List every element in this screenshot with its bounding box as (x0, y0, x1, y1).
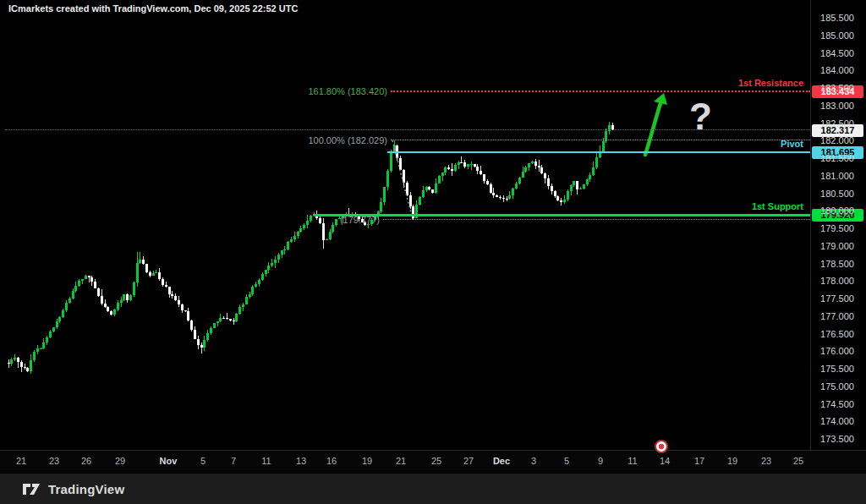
time-axis-label: 19 (727, 456, 737, 466)
support-line[interactable] (314, 214, 810, 216)
tradingview-chart-window: ICmarkets created with TradingView.com, … (0, 0, 866, 504)
price-axis-label: 181.000 (811, 171, 863, 181)
support-label: 1st Support (0, 201, 803, 211)
price-axis-label: 182.000 (811, 135, 863, 145)
last-price-line[interactable] (5, 129, 810, 130)
resistance-line[interactable] (391, 90, 810, 92)
time-axis-label: 13 (296, 456, 306, 466)
price-axis-label: 176.500 (811, 329, 863, 339)
price-axis-label: 182.500 (811, 118, 863, 129)
time-axis-label: 19 (362, 456, 372, 466)
price-axis-label: 185.500 (811, 13, 863, 23)
time-axis-label: 5 (564, 456, 569, 466)
time-axis-label: 26 (81, 456, 91, 466)
price-axis-label: 185.000 (811, 30, 863, 41)
time-axis-label: 23 (761, 456, 771, 466)
time-axis-label: 29 (115, 456, 125, 466)
time-axis-label: 3 (531, 456, 536, 466)
time-axis-label: 11 (261, 456, 271, 466)
price-axis-label: 179.500 (811, 223, 863, 233)
chart-plot-area[interactable]: ICmarkets created with TradingView.com, … (0, 0, 810, 450)
time-axis-label: 27 (463, 456, 474, 466)
tradingview-logo-icon[interactable] (22, 480, 41, 497)
drawings-overlay (0, 0, 810, 450)
price-axis-label: 177.500 (811, 293, 863, 304)
price-axis-label: 184.000 (811, 65, 863, 75)
price-axis-label: 181.500 (811, 153, 863, 163)
price-axis-label: 178.500 (811, 259, 863, 269)
economic-event-marker-icon[interactable] (655, 440, 668, 453)
price-axis-label: 184.500 (811, 48, 863, 58)
pivot-line[interactable] (387, 151, 810, 153)
time-axis-label: 9 (598, 456, 603, 466)
price-axis-label: 173.500 (811, 434, 863, 444)
time-axis-label: 5 (200, 456, 206, 466)
time-axis-label: 16 (326, 456, 337, 466)
price-axis-label: 175.000 (811, 381, 863, 392)
price-axis-label: 180.500 (811, 189, 863, 199)
fib-line[interactable] (391, 140, 810, 140)
price-axis-label: 176.000 (811, 346, 863, 356)
price-axis-label: 174.500 (811, 399, 863, 409)
price-axis-label: 180.000 (811, 205, 863, 216)
price-axis-label: 183.500 (811, 83, 863, 93)
time-axis-label: 21 (16, 456, 26, 466)
price-axis[interactable]: 183.434 182.317 181.695 179.920 185.5001… (811, 0, 866, 450)
tradingview-wordmark[interactable]: TradingView (48, 482, 124, 496)
time-axis-label: 21 (396, 456, 406, 466)
time-axis-label: Nov (160, 456, 178, 466)
fib-line[interactable] (383, 219, 810, 220)
time-axis-label: 23 (49, 456, 59, 466)
price-axis-label: 177.000 (811, 311, 863, 321)
price-axis-label: 174.000 (811, 416, 863, 426)
price-axis-label: 175.500 (811, 364, 863, 374)
resistance-label: 1st Resistance (0, 78, 803, 88)
time-axis-label: 14 (660, 456, 670, 466)
fib-label-161-80: 161.80% (183.420) (0, 86, 387, 96)
up-trend-arrowhead (654, 93, 667, 105)
time-axis-label: 11 (628, 456, 637, 466)
time-axis[interactable]: 21232629Nov5711131619212527Dec3591114171… (0, 451, 866, 473)
time-axis-label: 25 (431, 456, 441, 466)
time-axis-label: Dec (493, 456, 510, 466)
time-axis-label: 25 (793, 456, 803, 466)
time-axis-label: 17 (694, 456, 704, 466)
price-axis-label: 178.000 (811, 276, 863, 286)
chart-attribution: ICmarkets created with TradingView.com, … (8, 3, 298, 14)
price-axis-label: 179.000 (811, 241, 863, 251)
footer-bar: TradingView (0, 474, 866, 504)
price-axis-label: 183.000 (811, 101, 863, 111)
time-axis-label: 7 (231, 456, 236, 466)
